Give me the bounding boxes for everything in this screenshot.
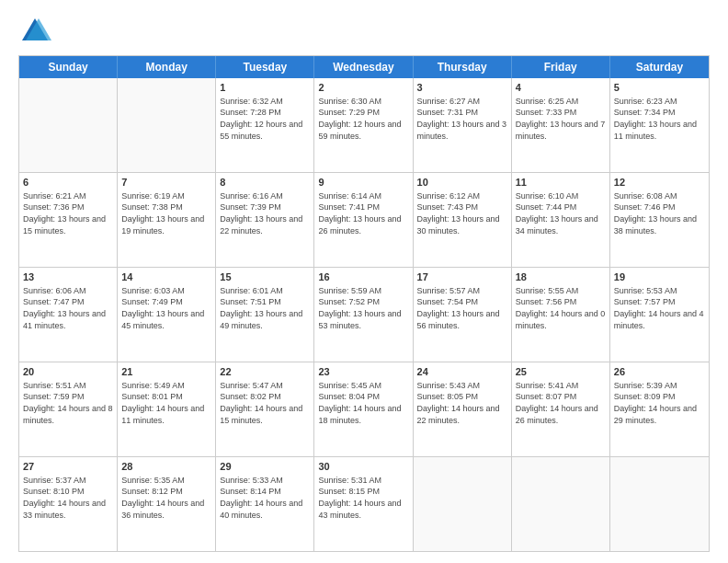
day-number: 17 [417, 270, 507, 284]
calendar-day-29: 29Sunrise: 5:33 AM Sunset: 8:14 PM Dayli… [216, 457, 314, 551]
day-info: Sunrise: 5:41 AM Sunset: 8:07 PM Dayligh… [516, 380, 606, 426]
calendar-day-6: 6Sunrise: 6:21 AM Sunset: 7:36 PM Daylig… [19, 173, 118, 267]
day-number: 15 [220, 270, 310, 284]
logo-icon [18, 15, 51, 48]
calendar-day-8: 8Sunrise: 6:16 AM Sunset: 7:39 PM Daylig… [216, 173, 314, 267]
calendar-empty-cell [19, 78, 118, 172]
calendar-empty-cell [512, 457, 610, 551]
calendar-day-16: 16Sunrise: 5:59 AM Sunset: 7:52 PM Dayli… [314, 268, 413, 362]
calendar-day-10: 10Sunrise: 6:12 AM Sunset: 7:43 PM Dayli… [414, 173, 512, 267]
day-info: Sunrise: 5:53 AM Sunset: 7:57 PM Dayligh… [614, 285, 705, 331]
day-info: Sunrise: 5:39 AM Sunset: 8:09 PM Dayligh… [614, 380, 705, 426]
day-info: Sunrise: 5:49 AM Sunset: 8:01 PM Dayligh… [121, 380, 211, 426]
day-number: 21 [121, 365, 211, 379]
day-info: Sunrise: 6:01 AM Sunset: 7:51 PM Dayligh… [220, 285, 310, 331]
calendar-day-3: 3Sunrise: 6:27 AM Sunset: 7:31 PM Daylig… [414, 78, 512, 172]
calendar-day-2: 2Sunrise: 6:30 AM Sunset: 7:29 PM Daylig… [314, 78, 413, 172]
calendar-day-22: 22Sunrise: 5:47 AM Sunset: 8:02 PM Dayli… [216, 362, 314, 456]
calendar-day-4: 4Sunrise: 6:25 AM Sunset: 7:33 PM Daylig… [512, 78, 610, 172]
day-number: 10 [417, 176, 507, 190]
day-number: 18 [516, 270, 606, 284]
day-number: 29 [220, 460, 310, 474]
day-number: 11 [516, 176, 606, 190]
day-info: Sunrise: 5:55 AM Sunset: 7:56 PM Dayligh… [516, 285, 606, 331]
weekday-header: Monday [118, 56, 216, 78]
calendar-day-20: 20Sunrise: 5:51 AM Sunset: 7:59 PM Dayli… [19, 362, 118, 456]
weekday-header: Thursday [414, 56, 512, 78]
weekday-header: Wednesday [314, 56, 413, 78]
day-number: 4 [516, 81, 606, 95]
calendar-day-17: 17Sunrise: 5:57 AM Sunset: 7:54 PM Dayli… [414, 268, 512, 362]
day-info: Sunrise: 5:43 AM Sunset: 8:05 PM Dayligh… [417, 380, 507, 426]
day-info: Sunrise: 5:37 AM Sunset: 8:10 PM Dayligh… [23, 475, 113, 521]
day-info: Sunrise: 6:23 AM Sunset: 7:34 PM Dayligh… [614, 96, 705, 142]
day-info: Sunrise: 6:19 AM Sunset: 7:38 PM Dayligh… [121, 190, 211, 236]
day-number: 6 [23, 176, 113, 190]
day-info: Sunrise: 6:21 AM Sunset: 7:36 PM Dayligh… [23, 190, 113, 236]
calendar-header: SundayMondayTuesdayWednesdayThursdayFrid… [19, 56, 709, 78]
day-number: 19 [614, 270, 705, 284]
calendar-day-24: 24Sunrise: 5:43 AM Sunset: 8:05 PM Dayli… [414, 362, 512, 456]
calendar-row: 13Sunrise: 6:06 AM Sunset: 7:47 PM Dayli… [19, 267, 709, 362]
calendar-day-9: 9Sunrise: 6:14 AM Sunset: 7:41 PM Daylig… [314, 173, 413, 267]
day-info: Sunrise: 5:31 AM Sunset: 8:15 PM Dayligh… [318, 475, 408, 521]
day-number: 26 [614, 365, 705, 379]
day-number: 30 [318, 460, 408, 474]
day-info: Sunrise: 6:25 AM Sunset: 7:33 PM Dayligh… [516, 96, 606, 142]
calendar-day-26: 26Sunrise: 5:39 AM Sunset: 8:09 PM Dayli… [610, 362, 709, 456]
day-number: 23 [318, 365, 408, 379]
day-info: Sunrise: 5:51 AM Sunset: 7:59 PM Dayligh… [23, 380, 113, 426]
calendar-empty-cell [610, 457, 709, 551]
day-info: Sunrise: 6:27 AM Sunset: 7:31 PM Dayligh… [417, 96, 507, 142]
calendar: SundayMondayTuesdayWednesdayThursdayFrid… [18, 55, 710, 552]
day-info: Sunrise: 6:14 AM Sunset: 7:41 PM Dayligh… [318, 190, 408, 236]
calendar-row: 20Sunrise: 5:51 AM Sunset: 7:59 PM Dayli… [19, 362, 709, 456]
logo [18, 15, 55, 48]
day-info: Sunrise: 5:33 AM Sunset: 8:14 PM Dayligh… [220, 475, 310, 521]
day-info: Sunrise: 6:03 AM Sunset: 7:49 PM Dayligh… [121, 285, 211, 331]
day-number: 22 [220, 365, 310, 379]
day-info: Sunrise: 5:57 AM Sunset: 7:54 PM Dayligh… [417, 285, 507, 331]
day-number: 16 [318, 270, 408, 284]
header [18, 15, 710, 48]
calendar-day-18: 18Sunrise: 5:55 AM Sunset: 7:56 PM Dayli… [512, 268, 610, 362]
calendar-day-28: 28Sunrise: 5:35 AM Sunset: 8:12 PM Dayli… [118, 457, 216, 551]
day-number: 24 [417, 365, 507, 379]
weekday-header: Saturday [610, 56, 709, 78]
calendar-day-19: 19Sunrise: 5:53 AM Sunset: 7:57 PM Dayli… [610, 268, 709, 362]
day-number: 9 [318, 176, 408, 190]
weekday-header: Sunday [19, 56, 118, 78]
calendar-day-14: 14Sunrise: 6:03 AM Sunset: 7:49 PM Dayli… [118, 268, 216, 362]
weekday-header: Friday [512, 56, 610, 78]
weekday-header: Tuesday [216, 56, 314, 78]
day-info: Sunrise: 6:08 AM Sunset: 7:46 PM Dayligh… [614, 190, 705, 236]
day-info: Sunrise: 5:35 AM Sunset: 8:12 PM Dayligh… [121, 475, 211, 521]
day-info: Sunrise: 6:30 AM Sunset: 7:29 PM Dayligh… [318, 96, 408, 142]
calendar-empty-cell [414, 457, 512, 551]
day-info: Sunrise: 6:16 AM Sunset: 7:39 PM Dayligh… [220, 190, 310, 236]
calendar-body: 1Sunrise: 6:32 AM Sunset: 7:28 PM Daylig… [19, 78, 709, 551]
calendar-day-12: 12Sunrise: 6:08 AM Sunset: 7:46 PM Dayli… [610, 173, 709, 267]
calendar-day-5: 5Sunrise: 6:23 AM Sunset: 7:34 PM Daylig… [610, 78, 709, 172]
day-number: 3 [417, 81, 507, 95]
calendar-row: 1Sunrise: 6:32 AM Sunset: 7:28 PM Daylig… [19, 78, 709, 172]
calendar-day-30: 30Sunrise: 5:31 AM Sunset: 8:15 PM Dayli… [314, 457, 413, 551]
calendar-empty-cell [118, 78, 216, 172]
day-info: Sunrise: 5:45 AM Sunset: 8:04 PM Dayligh… [318, 380, 408, 426]
page: SundayMondayTuesdayWednesdayThursdayFrid… [0, 0, 728, 563]
day-number: 20 [23, 365, 113, 379]
calendar-day-1: 1Sunrise: 6:32 AM Sunset: 7:28 PM Daylig… [216, 78, 314, 172]
day-number: 13 [23, 270, 113, 284]
day-info: Sunrise: 6:12 AM Sunset: 7:43 PM Dayligh… [417, 190, 507, 236]
day-number: 2 [318, 81, 408, 95]
calendar-day-15: 15Sunrise: 6:01 AM Sunset: 7:51 PM Dayli… [216, 268, 314, 362]
day-number: 8 [220, 176, 310, 190]
calendar-day-23: 23Sunrise: 5:45 AM Sunset: 8:04 PM Dayli… [314, 362, 413, 456]
calendar-day-21: 21Sunrise: 5:49 AM Sunset: 8:01 PM Dayli… [118, 362, 216, 456]
day-number: 14 [121, 270, 211, 284]
calendar-row: 27Sunrise: 5:37 AM Sunset: 8:10 PM Dayli… [19, 456, 709, 551]
day-number: 28 [121, 460, 211, 474]
day-info: Sunrise: 5:47 AM Sunset: 8:02 PM Dayligh… [220, 380, 310, 426]
day-number: 5 [614, 81, 705, 95]
calendar-day-25: 25Sunrise: 5:41 AM Sunset: 8:07 PM Dayli… [512, 362, 610, 456]
